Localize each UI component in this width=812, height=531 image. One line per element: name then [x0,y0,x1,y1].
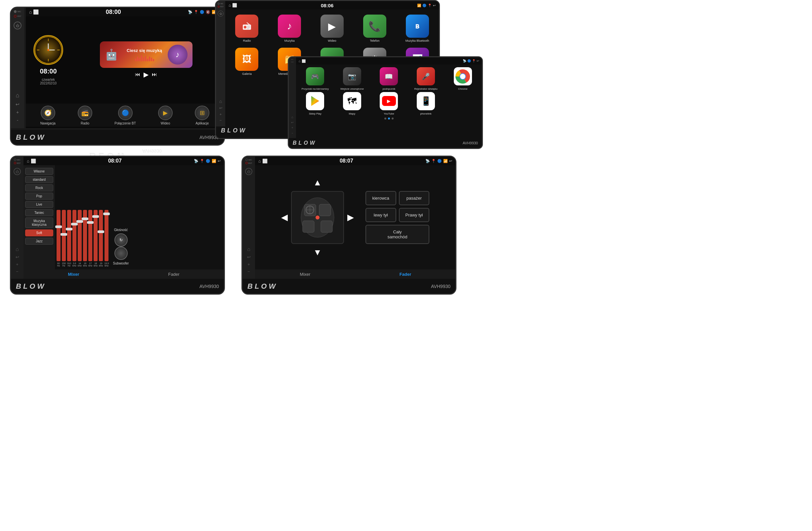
home-btn-mixer[interactable]: ⌂ [247,246,250,252]
back-btn[interactable]: ↩ [16,102,19,107]
home-btn-eq[interactable]: ⌂ [16,246,19,252]
eq-knob-60hz[interactable] [55,225,62,228]
vol-up-apps[interactable]: + [220,112,222,116]
speaker-passenger[interactable]: pasażer [399,191,430,205]
preset-rock[interactable]: Rock [25,184,53,191]
eq-knob-3k6hz[interactable] [71,223,78,225]
speaker-driver[interactable]: kierowca [365,191,396,205]
back-icon-apps2[interactable]: ↩ [477,59,479,62]
speaker-all[interactable]: Cały samochód [365,225,429,244]
app-chrome[interactable]: Chrome [445,67,480,91]
back-icon-eq[interactable]: ↩ [218,159,221,163]
eq-track-14khz[interactable] [78,210,82,261]
vol-up-mixer[interactable]: + [247,262,250,267]
vol-down-btn[interactable]: - [17,117,18,123]
up-arrow[interactable]: ▲ [313,178,322,188]
back-btn-eq[interactable]: ↩ [16,255,19,260]
app-sound-rec[interactable]: 🎤 Rejestrator dźwięku [408,67,444,91]
home-btn[interactable]: ⌂ [16,92,19,99]
eq-knob-18khz[interactable] [92,215,99,218]
eq-tab-fader[interactable]: Fader [124,272,224,277]
app-muzyka[interactable]: ♪ Muzyka [270,15,309,43]
volume-knob[interactable]: ↻ [114,233,128,247]
preset-standard[interactable]: standard [25,176,53,183]
eq-knob-230hz[interactable] [60,233,67,236]
screen-icon-eq[interactable]: ⬜ [31,158,36,164]
eq-knob-199khz[interactable] [103,212,110,215]
mixer-tab-mixer[interactable]: Mixer [255,272,355,277]
eq-track-910hz[interactable] [67,210,71,261]
app-steering[interactable]: 🎮 Przyciski na kierownicy [298,67,333,91]
home-btn-apps2[interactable]: ⌂ [291,115,293,119]
eq-knob-910hz[interactable] [66,228,72,230]
vol-up-btn[interactable]: + [16,110,19,115]
eq-tab-mixer[interactable]: Mixer [24,272,124,277]
nav-navigation[interactable]: 🧭 Nawigacja [40,106,56,125]
screen-icon-apps[interactable]: ⬜ [232,3,237,8]
app-maps[interactable]: 🗺 Mapy [335,92,370,115]
eq-knob-16khz[interactable] [82,218,88,220]
eq-track-60hz[interactable] [57,210,60,261]
preset-live[interactable]: Live [25,201,53,208]
power-btn-apps[interactable]: ⏻ [218,11,223,16]
back-icon-mixer[interactable]: ↩ [449,159,452,163]
vol-down-mixer[interactable]: − [247,269,250,274]
back-btn-mixer[interactable]: ↩ [247,255,251,260]
subwoofer-knob[interactable] [114,247,128,260]
nav-apps[interactable]: ⊞ Aplikacje [195,106,209,125]
vol-up-eq[interactable]: + [16,262,18,267]
preset-vlastne[interactable]: Własne [25,168,53,175]
preset-soft[interactable]: Soft [25,229,53,236]
back-btn-apps2[interactable]: ↩ [291,121,294,124]
power-btn[interactable]: ⏻ [14,22,21,29]
power-btn-mixer[interactable]: ⏻ [245,168,252,175]
eq-knob-17khz[interactable] [87,221,93,224]
app-play-store[interactable]: Sklep Play [298,92,333,115]
eq-track-18khz[interactable] [93,210,98,261]
mixer-tab-fader[interactable]: Fader [355,272,455,277]
speaker-rear-right[interactable]: Prawy tył [399,208,430,222]
home-btn-apps[interactable]: ⌂ [219,99,222,104]
app-telefon[interactable]: 📞 Telefon [354,15,395,43]
eq-track-199khz[interactable] [104,210,108,261]
app-radio[interactable]: Radio [227,15,267,43]
app-youtube[interactable]: ▶ YouTube [372,92,406,115]
app-galeria[interactable]: 🖼 Galeria [227,48,267,76]
power-btn-eq[interactable]: ⏻ [14,168,21,175]
next-btn[interactable]: ⏭ [152,71,157,78]
preset-pop[interactable]: Pop [25,193,53,200]
vol-down-apps2[interactable]: − [291,131,293,135]
prev-btn[interactable]: ⏮ [135,71,140,78]
eq-track-17khz[interactable] [88,210,92,261]
eq-track-3k6hz[interactable] [72,210,76,261]
preset-classical[interactable]: Muzyka klasyczna [25,218,53,228]
eq-track-16khz[interactable] [83,210,87,261]
nav-bluetooth[interactable]: 🔵 Połączenie BT [114,106,135,125]
vol-down-apps[interactable]: − [220,118,222,122]
home-icon-mixer[interactable]: ⌂ [258,158,261,164]
back-icon-apps[interactable]: ↩ [433,4,436,7]
eq-knob-19khz[interactable] [98,230,104,233]
eq-knob-14khz[interactable] [76,220,83,223]
eq-track-230hz[interactable] [62,210,66,261]
app-bt-music[interactable]: ʙ Muzyka Bluetooth [397,15,437,43]
vol-down-eq[interactable]: − [16,269,18,274]
screen-icon-apps2[interactable]: ⬜ [302,59,306,63]
down-arrow[interactable]: ▼ [313,247,322,257]
right-arrow[interactable]: ▶ [347,212,354,222]
app-ext-input[interactable]: 📷 Wejście zewnętrzne [335,67,370,91]
nav-video[interactable]: ▶ Wideo [158,106,173,125]
eq-track-19khz[interactable] [99,210,103,261]
left-arrow[interactable]: ◀ [281,212,288,222]
app-manual[interactable]: 📖 podręcznik [372,67,406,91]
app-wideo[interactable]: ▶ Wideo [312,15,352,43]
back-btn-apps[interactable]: ↩ [219,106,222,110]
home-icon-apps2[interactable]: ⌂ [299,59,301,63]
nav-radio[interactable]: 📻 Radio [78,106,92,125]
home-icon[interactable]: ⌂ [29,9,32,15]
screen-icon-mixer[interactable]: ⬜ [262,158,267,164]
preset-jazz[interactable]: Jazz [25,238,53,244]
vol-up-apps2[interactable]: + [291,126,293,129]
speaker-rear-left[interactable]: lewy tył [365,208,396,222]
app-phonelink[interactable]: 📱 phonelink [408,92,444,115]
